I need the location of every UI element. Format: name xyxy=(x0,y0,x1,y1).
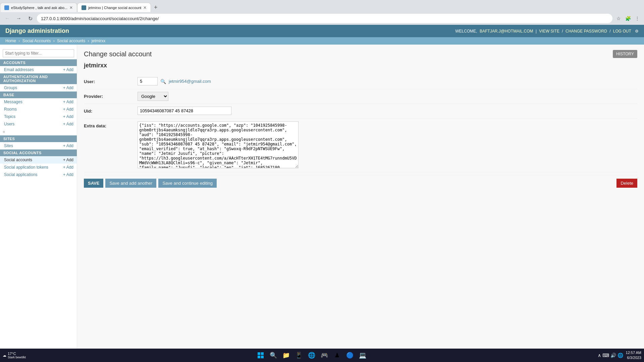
sidebar: ACCOUNTS Email addresses + Add AUTHENTIC… xyxy=(0,45,77,362)
reload-button[interactable]: ↻ xyxy=(25,14,35,23)
taskbar-app-vscode[interactable]: 💻 xyxy=(357,349,369,361)
sidebar-item-groups: Groups + Add xyxy=(0,84,77,92)
form-row-user: User: 🔍 jetmir954@gmail.com xyxy=(84,74,637,89)
breadcrumb-social-accounts[interactable]: Social accounts xyxy=(57,39,85,43)
sidebar-link-email-addresses[interactable]: Email addresses xyxy=(4,67,34,72)
sidebar-add-messages[interactable]: + Add xyxy=(63,100,73,104)
sidebar-link-social-application-tokens[interactable]: Social application tokens xyxy=(4,165,48,170)
tab-estudysphere[interactable]: eStudySphere , talk and ask abo... ✕ xyxy=(0,3,77,12)
back-button[interactable]: ← xyxy=(3,14,12,23)
new-tab-button[interactable]: + xyxy=(151,3,160,12)
sidebar-item-social-accounts: Social accounts + Add xyxy=(0,156,77,164)
provider-select[interactable]: Google Facebook Twitter GitHub xyxy=(138,92,168,101)
sidebar-link-groups[interactable]: Groups xyxy=(4,85,17,90)
taskbar-keyboard-icon: ⌨ xyxy=(602,353,609,358)
taskbar-app-chrome[interactable]: 🔵 xyxy=(344,349,356,361)
tab-django-admin[interactable]: jetmirxx | Change social account ✕ xyxy=(77,3,151,12)
forward-button[interactable]: → xyxy=(14,14,23,23)
save-add-another-button[interactable]: Save and add another xyxy=(105,179,156,188)
taskbar-app-edge[interactable]: 🌐 xyxy=(306,349,318,361)
sidebar-add-rooms[interactable]: + Add xyxy=(63,107,73,112)
sidebar-item-email-addresses: Email addresses + Add xyxy=(0,66,77,73)
sidebar-add-email-addresses[interactable]: + Add xyxy=(63,67,73,72)
submit-row: SAVE Save and add another Save and conti… xyxy=(84,175,637,191)
header-sep-2: / xyxy=(562,29,563,34)
user-email-link[interactable]: BAFTJAR.J@HOTMAIL.COM xyxy=(480,29,533,34)
extra-data-textarea[interactable]: {"iss": "https://accounts.google.com", "… xyxy=(138,121,299,168)
taskbar-time[interactable]: 12:57 AM 6/3/2023 xyxy=(626,350,641,361)
taskbar-app-games[interactable]: 🎮 xyxy=(318,349,330,361)
admin-wrapper: Django administration WELCOME, BAFTJAR.J… xyxy=(0,25,644,362)
svg-rect-3 xyxy=(261,356,264,358)
extra-data-field: {"iss": "https://accounts.google.com", "… xyxy=(138,121,637,169)
sidebar-add-social-accounts[interactable]: + Add xyxy=(63,158,73,162)
sidebar-link-social-applications[interactable]: Social applications xyxy=(4,172,37,177)
sidebar-link-rooms[interactable]: Rooms xyxy=(4,107,17,112)
tab-close-1[interactable]: ✕ xyxy=(69,5,73,10)
sidebar-link-sites[interactable]: Sites xyxy=(4,143,13,148)
taskbar-app-search[interactable]: 🔍 xyxy=(267,349,279,361)
content-area: ACCOUNTS Email addresses + Add AUTHENTIC… xyxy=(0,45,644,362)
taskbar-app-apps[interactable]: 📱 xyxy=(293,349,305,361)
sidebar-add-topics[interactable]: + Add xyxy=(63,114,73,119)
admin-title[interactable]: Django administration xyxy=(5,27,69,35)
provider-label: Provider: xyxy=(84,92,138,101)
history-button[interactable]: HISTORY xyxy=(613,50,637,58)
sidebar-item-social-application-tokens: Social application tokens + Add xyxy=(0,164,77,171)
taskbar-chevron-icon[interactable]: ∧ xyxy=(598,353,601,358)
extensions-icon[interactable]: 🧩 xyxy=(624,14,632,22)
address-input[interactable] xyxy=(37,14,612,23)
welcome-prefix: WELCOME, xyxy=(455,29,477,34)
extra-data-label: Extra data: xyxy=(84,121,138,130)
breadcrumb-home[interactable]: Home xyxy=(5,39,16,43)
browser-actions: ☆ 🧩 ⋮ xyxy=(614,14,641,22)
settings-icon[interactable]: ⚙ xyxy=(635,29,639,34)
taskbar-app-chess[interactable]: ♟ xyxy=(331,349,343,361)
breadcrumb: Home › Social Accounts › Social accounts… xyxy=(0,37,644,45)
view-site-link[interactable]: VIEW SITE xyxy=(539,29,559,34)
user-search-icon[interactable]: 🔍 xyxy=(160,79,166,84)
record-name: jetmirxx xyxy=(84,62,637,69)
sidebar-link-topics[interactable]: Topics xyxy=(4,114,15,119)
bookmark-icon[interactable]: ☆ xyxy=(614,14,623,22)
header-sep-3: / xyxy=(609,29,610,34)
svg-rect-0 xyxy=(258,352,260,355)
sidebar-link-users[interactable]: Users xyxy=(4,122,14,126)
sidebar-add-users[interactable]: + Add xyxy=(63,122,73,126)
delete-button[interactable]: Delete xyxy=(616,179,637,188)
svg-rect-1 xyxy=(261,352,264,355)
uid-input[interactable] xyxy=(138,107,231,115)
sidebar-item-rooms: Rooms + Add xyxy=(0,106,77,113)
sidebar-add-social-application-tokens[interactable]: + Add xyxy=(63,165,73,170)
main-content: Change social account HISTORY jetmirxx U… xyxy=(77,45,644,362)
sidebar-add-social-applications[interactable]: + Add xyxy=(63,172,73,177)
sidebar-collapse-icon[interactable]: « xyxy=(3,129,5,134)
header-right: WELCOME, BAFTJAR.J@HOTMAIL.COM | VIEW SI… xyxy=(455,29,639,34)
tab-close-2[interactable]: ✕ xyxy=(143,5,147,10)
uid-field xyxy=(138,107,637,115)
submit-left: SAVE Save and add another Save and conti… xyxy=(84,179,217,188)
sidebar-add-groups[interactable]: + Add xyxy=(63,85,73,90)
time-display: 12:57 AM xyxy=(626,350,641,355)
user-field: 🔍 jetmir954@gmail.com xyxy=(138,77,637,85)
change-password-link[interactable]: CHANGE PASSWORD xyxy=(566,29,607,34)
weather-info: 17°C Stark bewölkt xyxy=(8,352,26,359)
taskbar-app-windows[interactable] xyxy=(255,349,267,361)
tab-title-1: eStudySphere , talk and ask abo... xyxy=(11,6,67,10)
weather-icon: ☁ xyxy=(3,353,6,358)
save-button[interactable]: SAVE xyxy=(84,179,103,188)
save-continue-button[interactable]: Save and continue editing xyxy=(158,179,217,188)
sidebar-link-social-accounts[interactable]: Social accounts xyxy=(4,158,32,162)
sidebar-add-sites[interactable]: + Add xyxy=(63,143,73,148)
taskbar-app-files[interactable]: 📁 xyxy=(280,349,292,361)
sidebar-filter-input[interactable] xyxy=(3,49,74,57)
sidebar-section-title-accounts: ACCOUNTS xyxy=(0,59,77,66)
breadcrumb-social-accounts-parent[interactable]: Social Accounts xyxy=(22,39,51,43)
taskbar-volume-icon[interactable]: 🔊 xyxy=(610,353,616,358)
date-display: 6/3/2023 xyxy=(626,355,641,360)
user-input[interactable] xyxy=(138,77,158,85)
logout-link[interactable]: LOG OUT xyxy=(613,29,631,34)
sidebar-link-messages[interactable]: Messages xyxy=(4,100,22,104)
taskbar-network-icon[interactable]: 🌐 xyxy=(618,353,623,358)
user-link[interactable]: jetmir954@gmail.com xyxy=(169,79,211,84)
